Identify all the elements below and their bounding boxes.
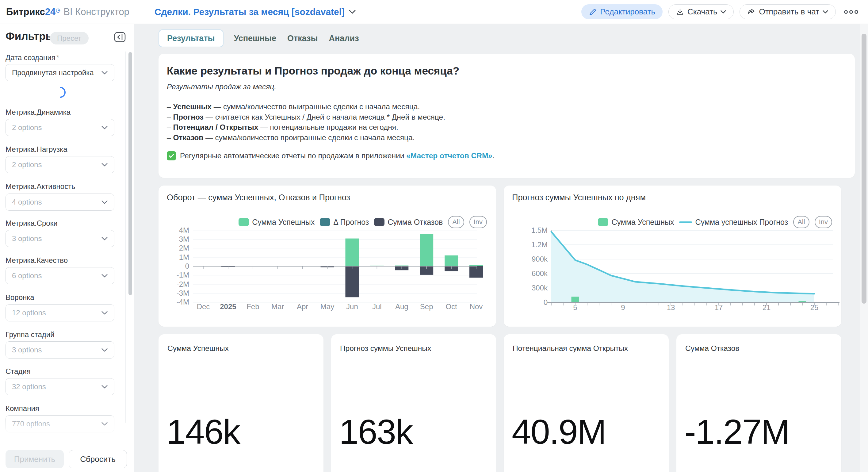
filter-select[interactable]: 6 options xyxy=(5,267,114,284)
svg-text:Jul: Jul xyxy=(372,302,382,311)
bullet-3: – Потенциал / Открытых — потенциальные п… xyxy=(167,122,445,132)
tab-2[interactable]: Успешные xyxy=(228,29,282,47)
legend-label: Сумма успешных Прогноз xyxy=(695,218,788,227)
tab-bar: РезультатыУспешныеОтказыАнализ xyxy=(158,29,365,47)
legend-item[interactable]: Сумма успешных Прогноз xyxy=(679,218,788,227)
legend-inv-button[interactable]: Inv xyxy=(815,216,832,228)
legend-swatch xyxy=(320,218,330,226)
kpi-title: Сумма Отказов xyxy=(685,344,739,353)
app-header: Битрикс24◷BI Конструктор Сделки. Результ… xyxy=(0,0,868,24)
forecast-chart-legend: Сумма УспешныхСумма успешных ПрогнозAllI… xyxy=(598,216,832,228)
edit-button[interactable]: Редактировать xyxy=(581,4,662,19)
collapse-panel-icon[interactable] xyxy=(114,32,126,42)
turnover-bar-chart[interactable]: 4M3M2M1M0-1M-2M-3M-4MDec2025FebMarAprMay… xyxy=(158,185,496,327)
svg-text:1.2M: 1.2M xyxy=(531,240,548,249)
bullet-term: Отказов xyxy=(173,134,203,142)
chevron-down-icon xyxy=(101,163,108,167)
legend-all-button[interactable]: All xyxy=(448,216,464,228)
svg-text:13: 13 xyxy=(667,303,675,312)
legend-item[interactable]: Сумма Отказов xyxy=(374,218,443,227)
svg-text:900k: 900k xyxy=(532,255,548,263)
filter-select[interactable]: 4 options xyxy=(5,194,114,211)
svg-text:Mar: Mar xyxy=(271,302,284,311)
filter-select-value: 2 options xyxy=(12,160,101,169)
svg-text:May: May xyxy=(320,302,334,311)
reset-button[interactable]: Сбросить xyxy=(69,450,127,468)
legend-item[interactable]: Сумма Успешных xyxy=(239,218,315,227)
filter-select-value: 32 options xyxy=(12,382,101,391)
svg-text:Oct: Oct xyxy=(445,302,457,311)
tab-3[interactable]: Отказы xyxy=(282,29,323,47)
svg-text:600k: 600k xyxy=(532,269,548,277)
filter-select[interactable]: 12 options xyxy=(5,304,114,321)
tab-1[interactable]: Результаты xyxy=(158,29,223,47)
intro-bullet-list: – Успешных — сумма/количество выигранные… xyxy=(167,101,445,143)
card-divider xyxy=(158,361,323,361)
chevron-down-icon xyxy=(101,385,108,389)
sidebar-scrollbar[interactable] xyxy=(128,52,132,295)
filter-select[interactable]: 2 options xyxy=(5,156,114,173)
filter-select[interactable]: 2 options xyxy=(5,119,114,136)
filter-select-value: 3 options xyxy=(12,346,101,354)
apply-button[interactable]: Применить xyxy=(5,450,64,468)
turnover-chart-card: Оборот — сумма Успешных, Отказов и Прогн… xyxy=(158,185,496,327)
chevron-down-icon xyxy=(823,10,828,14)
more-menu-button[interactable] xyxy=(842,10,861,14)
clock-icon: ◷ xyxy=(56,7,60,13)
svg-text:-2M: -2M xyxy=(177,280,189,288)
download-button[interactable]: Скачать xyxy=(669,4,734,19)
legend-line-swatch xyxy=(679,222,692,223)
filter-select-value: 3 options xyxy=(12,234,101,243)
filters-title: Фильтры xyxy=(5,30,55,42)
bullet-1: – Успешных — сумма/количество выигранные… xyxy=(167,101,445,112)
send-to-chat-button[interactable]: Отправить в чат xyxy=(740,4,836,19)
legend-item[interactable]: Δ Прогноз xyxy=(320,218,369,227)
svg-text:-1M: -1M xyxy=(177,271,189,279)
kpi-card-1: Сумма Успешных146k xyxy=(158,334,323,472)
forecast-line-chart[interactable]: 1.5M1.2M900k600k300k05913172125 xyxy=(504,185,841,327)
legend-inv-button[interactable]: Inv xyxy=(469,216,487,228)
svg-text:21: 21 xyxy=(763,303,771,312)
filters-sidebar: Фильтры Пресет Дата создания*Продвинутая… xyxy=(0,24,134,472)
svg-text:Aug: Aug xyxy=(395,302,408,311)
intro-subtitle: Результаты продаж за месяц. xyxy=(167,83,276,91)
kpi-title: Потенциальная сумма Открытых xyxy=(513,344,628,353)
logo-part-bitrix: Битрикс xyxy=(6,6,45,18)
page-scrollbar[interactable] xyxy=(862,34,866,304)
filter-select[interactable]: 3 options xyxy=(5,341,114,358)
chevron-down-icon xyxy=(101,274,108,278)
svg-text:5: 5 xyxy=(573,303,577,312)
legend-all-button[interactable]: All xyxy=(793,216,809,228)
filter-label: Метрика.Сроки xyxy=(5,219,58,228)
legend-swatch xyxy=(374,218,384,226)
sidebar-footer-fade xyxy=(0,420,133,435)
kpi-card-2: Прогноз суммы Успешных163k xyxy=(331,334,496,472)
chevron-down-icon xyxy=(101,348,108,352)
svg-text:3M: 3M xyxy=(179,235,189,243)
crm-note-text: Регулярные автоматические отчеты по прод… xyxy=(180,151,495,160)
crm-report-master-link[interactable]: «Мастер отчетов CRM» xyxy=(406,151,492,160)
filter-select-value: 12 options xyxy=(12,308,101,317)
logo-part-product: BI Конструктор xyxy=(63,6,129,18)
filter-select-value: 6 options xyxy=(12,271,101,280)
legend-item[interactable]: Сумма Успешных xyxy=(598,218,674,227)
dashboard-title-dropdown[interactable]: Сделки. Результаты за месяц [sozdavatel] xyxy=(155,7,356,17)
preset-badge[interactable]: Пресет xyxy=(50,32,89,45)
svg-text:Nov: Nov xyxy=(470,302,483,311)
loading-spinner-icon xyxy=(53,85,68,100)
filter-select[interactable]: Продвинутая настройка xyxy=(5,64,114,81)
svg-text:25: 25 xyxy=(810,303,819,312)
filter-select[interactable]: 3 options xyxy=(5,230,114,247)
bullet-4: – Отказов — сумма/количество проигранные… xyxy=(167,132,445,143)
sidebar-scroll-track xyxy=(125,52,126,423)
legend-label: Сумма Отказов xyxy=(388,218,443,227)
svg-text:9: 9 xyxy=(621,303,625,312)
download-icon xyxy=(676,8,684,16)
crm-note-prefix: Регулярные автоматические отчеты по прод… xyxy=(180,151,406,160)
filter-select[interactable]: 32 options xyxy=(5,378,114,395)
kpi-value: 146k xyxy=(166,412,240,452)
legend-label: Сумма Успешных xyxy=(252,218,315,227)
send-button-label: Отправить в чат xyxy=(759,7,819,17)
chevron-down-icon xyxy=(720,10,726,14)
tab-4[interactable]: Анализ xyxy=(323,29,365,47)
